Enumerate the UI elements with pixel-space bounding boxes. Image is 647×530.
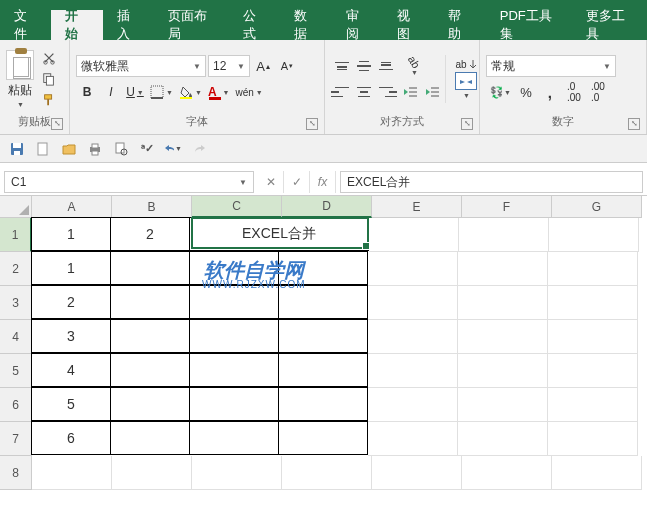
cut-button[interactable] (40, 49, 58, 67)
print-button[interactable] (86, 140, 104, 158)
cell-B6[interactable] (110, 387, 190, 421)
number-launcher[interactable]: ⤡ (628, 118, 640, 130)
align-left-button[interactable] (331, 81, 353, 103)
phonetic-button[interactable]: wén▼ (233, 81, 264, 103)
cell-F6[interactable] (458, 388, 548, 422)
cell-B7[interactable] (110, 421, 190, 455)
cell-C1[interactable]: EXCEL合并 (189, 217, 369, 251)
cell-G8[interactable] (552, 456, 642, 490)
save-button[interactable] (8, 140, 26, 158)
cell-D3[interactable] (278, 285, 368, 319)
border-button[interactable]: ▼ (148, 81, 175, 103)
cell-D6[interactable] (278, 387, 368, 421)
font-launcher[interactable]: ⤡ (306, 118, 318, 130)
cell-F1[interactable] (459, 218, 549, 252)
cell-G5[interactable] (548, 354, 638, 388)
align-center-button[interactable] (353, 81, 375, 103)
increase-indent-button[interactable] (421, 81, 443, 103)
row-header-2[interactable]: 2 (0, 252, 32, 286)
cell-E5[interactable] (368, 354, 458, 388)
col-header-E[interactable]: E (372, 196, 462, 218)
tab-file[interactable]: 文件 (0, 10, 51, 40)
col-header-C[interactable]: C (192, 196, 282, 218)
cell-F3[interactable] (458, 286, 548, 320)
formula-input[interactable]: EXCEL合并 (340, 171, 643, 193)
cell-D5[interactable] (278, 353, 368, 387)
col-header-B[interactable]: B (112, 196, 192, 218)
fx-button[interactable]: fx (310, 171, 336, 193)
row-header-4[interactable]: 4 (0, 320, 32, 354)
tab-view[interactable]: 视图 (383, 10, 434, 40)
format-painter-button[interactable] (40, 91, 58, 109)
cell-C3[interactable] (189, 285, 279, 319)
clipboard-launcher[interactable]: ⤡ (51, 118, 63, 130)
cell-G3[interactable] (548, 286, 638, 320)
cell-B8[interactable] (112, 456, 192, 490)
paste-button[interactable]: 粘贴 ▼ (6, 50, 34, 108)
cell-C6[interactable] (189, 387, 279, 421)
cell-B1[interactable]: 2 (110, 217, 190, 251)
cell-D7[interactable] (278, 421, 368, 455)
row-header-5[interactable]: 5 (0, 354, 32, 388)
comma-button[interactable]: , (539, 81, 561, 103)
cell-E8[interactable] (372, 456, 462, 490)
cell-B2[interactable] (110, 251, 190, 285)
increase-font-button[interactable]: A▴ (252, 55, 274, 77)
italic-button[interactable]: I (100, 81, 122, 103)
accounting-format-button[interactable]: 💱▼ (486, 81, 513, 103)
tab-help[interactable]: 帮助 (434, 10, 485, 40)
copy-button[interactable] (40, 70, 58, 88)
col-header-F[interactable]: F (462, 196, 552, 218)
col-header-A[interactable]: A (32, 196, 112, 218)
cell-A3[interactable]: 2 (31, 285, 111, 319)
cell-E4[interactable] (368, 320, 458, 354)
orientation-button[interactable]: ab▼ (399, 55, 429, 77)
row-header-3[interactable]: 3 (0, 286, 32, 320)
align-middle-button[interactable] (353, 55, 375, 77)
undo-button[interactable]: ▼ (164, 140, 182, 158)
cell-G7[interactable] (548, 422, 638, 456)
cell-G1[interactable] (549, 218, 639, 252)
cell-B5[interactable] (110, 353, 190, 387)
cell-D2[interactable] (278, 251, 368, 285)
select-all-corner[interactable] (0, 196, 32, 218)
enter-formula-button[interactable]: ✓ (284, 171, 310, 193)
row-header-6[interactable]: 6 (0, 388, 32, 422)
cell-A7[interactable]: 6 (31, 421, 111, 455)
cell-G4[interactable] (548, 320, 638, 354)
cell-A6[interactable]: 5 (31, 387, 111, 421)
font-color-button[interactable]: A▼ (206, 81, 232, 103)
align-right-button[interactable] (375, 81, 397, 103)
cell-A5[interactable]: 4 (31, 353, 111, 387)
open-button[interactable] (60, 140, 78, 158)
row-header-8[interactable]: 8 (0, 456, 32, 490)
tab-data[interactable]: 数据 (280, 10, 331, 40)
fill-color-button[interactable]: ▼ (177, 81, 204, 103)
cell-E3[interactable] (368, 286, 458, 320)
cell-B3[interactable] (110, 285, 190, 319)
increase-decimal-button[interactable]: .0.00 (563, 81, 585, 103)
row-header-1[interactable]: 1 (0, 218, 32, 252)
tab-more[interactable]: 更多工具 (572, 10, 647, 40)
print-preview-button[interactable] (112, 140, 130, 158)
decrease-font-button[interactable]: A▾ (276, 55, 298, 77)
redo-button[interactable] (190, 140, 208, 158)
decrease-indent-button[interactable] (399, 81, 421, 103)
cell-E2[interactable] (368, 252, 458, 286)
tab-layout[interactable]: 页面布局 (154, 10, 229, 40)
cell-F5[interactable] (458, 354, 548, 388)
cell-A4[interactable]: 3 (31, 319, 111, 353)
tab-review[interactable]: 审阅 (332, 10, 383, 40)
cell-G2[interactable] (548, 252, 638, 286)
cancel-formula-button[interactable]: ✕ (258, 171, 284, 193)
cell-F4[interactable] (458, 320, 548, 354)
merge-center-button[interactable]: ab ▼ (450, 59, 482, 99)
bold-button[interactable]: B (76, 81, 98, 103)
tab-insert[interactable]: 插入 (103, 10, 154, 40)
cell-C8[interactable] (192, 456, 282, 490)
alignment-launcher[interactable]: ⤡ (461, 118, 473, 130)
cell-F7[interactable] (458, 422, 548, 456)
cell-C5[interactable] (189, 353, 279, 387)
cell-E1[interactable] (369, 218, 459, 252)
new-button[interactable] (34, 140, 52, 158)
